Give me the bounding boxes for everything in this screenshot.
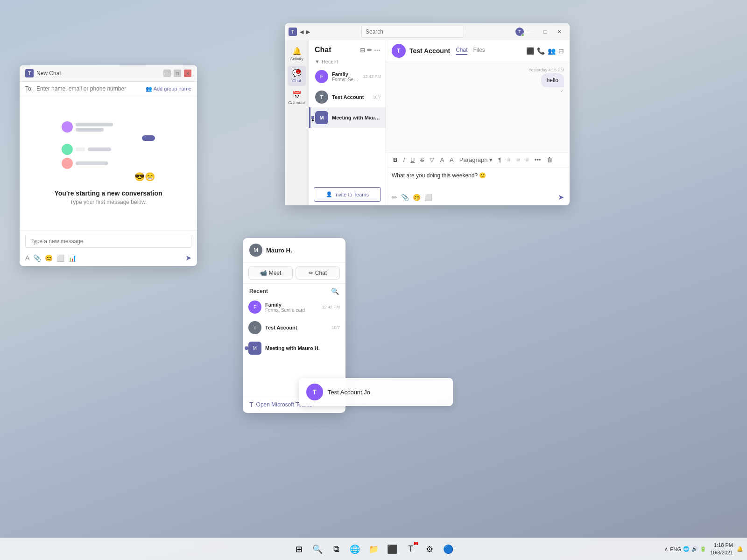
new-chat-window: T New Chat — □ ✕ To: 👥 Add group name [20, 65, 197, 266]
bubble-sub [76, 147, 85, 151]
teams-chat-list: Chat ⊟ ✏ ⋯ ▼ Recent F Family Forms: Sent… [309, 40, 386, 205]
send-button[interactable]: ➤ [185, 253, 191, 262]
meet-button[interactable]: 📹 Meet [248, 266, 293, 280]
italic-button[interactable]: I [402, 155, 406, 164]
minimize-button[interactable]: — [163, 70, 171, 77]
teams-chat-panel: T Test Account Chat Files ⬛ 📞 👥 ⊟ Yester… [386, 40, 570, 205]
test-account-name: Test Account [332, 94, 369, 100]
profile-button[interactable]: T [515, 28, 524, 36]
chat-list-item-meeting[interactable]: • M Meeting with Mauro H. [309, 107, 386, 128]
list-button[interactable]: ≡ [524, 155, 530, 164]
taskbar-apps[interactable]: ⬛ [384, 541, 401, 558]
compose-emoji-icon[interactable]: 😊 [413, 194, 421, 201]
bubble-line-3 [88, 147, 111, 151]
filter-icon[interactable]: ⊟ [360, 47, 365, 54]
new-message-input[interactable] [25, 235, 191, 248]
bubble-avatar-3 [62, 158, 73, 169]
to-input[interactable] [36, 85, 142, 92]
close-button[interactable]: ✕ [184, 70, 191, 77]
nav-forward[interactable]: ▶ [306, 29, 310, 35]
popup-test-account-name: Test Account [265, 325, 328, 330]
chat-icon-wrap: 💬 1 [292, 69, 302, 77]
teams-close-button[interactable]: ✕ [553, 25, 566, 38]
compose-send-button[interactable]: ➤ [558, 193, 564, 202]
taskbar-time-text: 1:18 PM [714, 542, 733, 549]
tab-chat[interactable]: Chat [456, 47, 467, 55]
taskbar-browser[interactable]: 🔵 [440, 541, 457, 558]
screen-share-icon[interactable]: ⬛ [526, 47, 534, 55]
notification-popup: T Test Account Jo [299, 378, 453, 406]
teams-search-input[interactable] [361, 26, 464, 38]
sidebar-item-activity[interactable]: 🔔 Activity [288, 44, 306, 64]
font-size-button[interactable]: A [448, 155, 455, 164]
systray-chevron[interactable]: ∧ [664, 546, 668, 552]
teams-main-window: T ◀ ▶ T — □ ✕ 🔔 Activity 💬 1 [285, 23, 570, 205]
compose-toolbar: B I U S̶ ▽ A A Paragraph ▾ ¶ ≡ ≡ ≡ ••• 🗑 [386, 153, 570, 168]
font-color-button[interactable]: ▽ [428, 155, 436, 164]
chat-messages: Yesterday 4:15 PM hello ✓ [386, 62, 570, 152]
outdent-button[interactable]: ≡ [515, 155, 521, 164]
teams-minimize-button[interactable]: — [525, 25, 538, 38]
systray-volume[interactable]: 🔊 [691, 546, 698, 552]
taskbar-widgets[interactable]: ⧉ [328, 541, 345, 558]
systray-battery: 🔋 [700, 546, 706, 552]
add-group-label: Add group name [154, 86, 191, 91]
new-chat-icon[interactable]: ✏ [367, 47, 372, 54]
attach-icon[interactable]: 📎 [33, 254, 41, 262]
paragraph-mark-button[interactable]: ¶ [497, 155, 503, 164]
more-formatting-button[interactable]: ••• [533, 155, 543, 164]
bubble-block [142, 135, 155, 141]
popup-item-family[interactable]: F Family Forms: Sent a card 12:42 PM [243, 297, 345, 317]
gif-icon[interactable]: ⬜ [56, 254, 64, 262]
chat-list-item-test-account[interactable]: T Test Account 10/7 [309, 87, 386, 107]
maximize-button[interactable]: □ [174, 70, 181, 77]
popup-recent-header: Recent 🔍 [243, 284, 345, 297]
taskbar-search[interactable]: 🔍 [309, 541, 326, 558]
taskbar-settings[interactable]: ⚙ [421, 541, 438, 558]
chat-panel-action-icons: ⬛ 📞 👥 ⊟ [526, 47, 564, 55]
indent-button[interactable]: ≡ [506, 155, 512, 164]
bold-button[interactable]: B [392, 155, 399, 164]
sidebar-item-chat[interactable]: 💬 1 Chat [288, 66, 306, 86]
paragraph-dropdown[interactable]: Paragraph ▾ [458, 155, 494, 164]
open-teams-icon: T [249, 401, 254, 408]
more-options-icon[interactable]: ⋯ [374, 47, 380, 54]
message-status: ✓ [560, 88, 564, 93]
tab-files[interactable]: Files [473, 47, 485, 55]
chat-button[interactable]: ✏ Chat [296, 266, 340, 280]
video-call-icon[interactable]: 📞 [537, 47, 545, 55]
compose-format-icon[interactable]: ✏ [392, 194, 397, 201]
popup-item-meeting[interactable]: M Meeting with Mauro H. [243, 338, 345, 358]
chat-list-item-family[interactable]: F Family Forms: Sent a card 12:42 PM [309, 66, 386, 87]
sticker-icon[interactable]: 📊 [68, 254, 76, 262]
compose-input[interactable]: What are you doing this weekend? 🙂 [386, 168, 570, 191]
strikethrough-button[interactable]: S̶ [419, 155, 425, 164]
popup-item-test-account[interactable]: T Test Account 10/7 [243, 317, 345, 338]
meeting-avatar: M [315, 111, 328, 124]
bubble-line-4 [76, 161, 108, 165]
start-button[interactable]: ⊞ [290, 541, 307, 558]
compose-gif-icon[interactable]: ⬜ [424, 194, 432, 201]
emoji-icon[interactable]: 😊 [45, 254, 53, 262]
taskbar-explorer[interactable]: 📁 [365, 541, 382, 558]
highlight-button[interactable]: A [438, 155, 445, 164]
more-people-icon[interactable]: 👥 [548, 47, 556, 55]
popup-actions: 📹 Meet ✏ Chat [243, 263, 345, 284]
discard-button[interactable]: 🗑 [545, 155, 554, 164]
format-icon[interactable]: A [25, 254, 29, 262]
add-group-button[interactable]: 👥 Add group name [146, 86, 191, 92]
teams-sidebar: 🔔 Activity 💬 1 Chat 📅 Calendar [285, 40, 309, 205]
sidebar-item-calendar[interactable]: 📅 Calendar [288, 88, 306, 108]
compose-attach-icon[interactable]: 📎 [401, 194, 409, 201]
taskbar-teams[interactable]: T 1 [402, 541, 419, 558]
chat-list-header-icons: ⊟ ✏ ⋯ [360, 47, 380, 54]
teams-maximize-button[interactable]: □ [539, 25, 552, 38]
side-panel-icon[interactable]: ⊟ [558, 47, 564, 55]
notification-center-icon[interactable]: 🔔 [737, 546, 743, 552]
taskbar-edge[interactable]: 🌐 [346, 541, 363, 558]
nav-back[interactable]: ◀ [300, 29, 303, 35]
search-recent-icon[interactable]: 🔍 [331, 287, 339, 295]
invite-to-teams-button[interactable]: 👤 Invite to Teams [314, 187, 381, 202]
underline-button[interactable]: U [409, 155, 416, 164]
invite-label: Invite to Teams [334, 192, 369, 197]
